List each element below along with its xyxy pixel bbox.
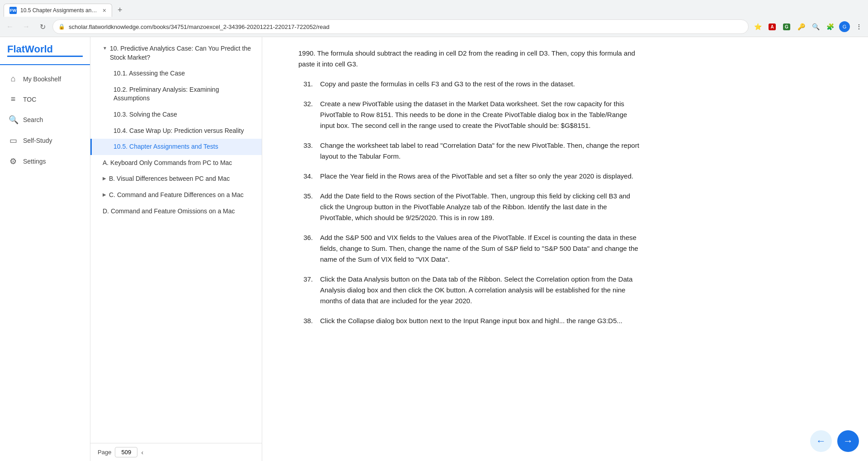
list-item: 31. Copy and paste the formulas in cells… [298, 79, 642, 89]
prev-page-button[interactable]: ← [810, 430, 832, 452]
account-avatar[interactable]: G [839, 21, 850, 32]
content-inner: 1990. The formula should subtract the re… [262, 37, 669, 346]
toc-label-10-2: 10.2. Preliminary Analysis: Examining As… [113, 86, 219, 102]
toc-label-10-5: 10.5. Chapter Assignments and Tests [113, 143, 218, 150]
content-partial-top: 1990. The formula should subtract the re… [298, 48, 642, 70]
item-num-32: 32. [298, 99, 313, 131]
toc-arrow-c: ▶ [103, 192, 106, 198]
toc-panel: ▼ 10. Predictive Analytics Case: Can You… [90, 37, 262, 461]
toc-item-appendix-a[interactable]: A. Keyboard Only Commands from PC to Mac [90, 155, 262, 171]
toc-item-appendix-b[interactable]: ▶ B. Visual Differences between PC and M… [90, 171, 262, 187]
item-num-33: 33. [298, 140, 313, 162]
page-number-input[interactable] [115, 447, 137, 457]
item-text-32: Create a new PivotTable using the datase… [320, 99, 642, 131]
toc-arrow-chapter10: ▼ [103, 45, 107, 52]
next-page-button[interactable]: → [837, 430, 859, 452]
main-layout: FlatWorld ⌂ My Bookshelf ≡ TOC 🔍 Search … [0, 37, 868, 461]
toc-item-appendix-c[interactable]: ▶ C. Command and Feature Differences on … [90, 187, 262, 203]
toc-label-10-4: 10.4. Case Wrap Up: Prediction versus Re… [113, 127, 244, 134]
home-icon: ⌂ [9, 74, 18, 84]
item-text-33: Change the worksheet tab label to read "… [320, 140, 642, 162]
pdf-extension-icon[interactable]: A [767, 21, 778, 32]
logo-text: FlatWorld [7, 44, 53, 54]
item-num-34: 34. [298, 171, 313, 182]
address-bar-row: ← → ↻ 🔒 scholar.flatworldknowledge.com/b… [0, 17, 868, 37]
url-text: scholar.flatworldknowledge.com/books/347… [69, 24, 743, 30]
list-item: 33. Change the worksheet tab label to re… [298, 140, 642, 162]
logo-area: FlatWorld [0, 37, 90, 65]
back-button[interactable]: ← [4, 20, 16, 33]
list-item: 32. Create a new PivotTable using the da… [298, 99, 642, 131]
toc-label-appendix-c: C. Command and Feature Differences on a … [109, 191, 244, 200]
sidebar-label-self-study: Self-Study [23, 137, 52, 144]
grammarly-icon[interactable]: G [781, 21, 792, 32]
item-num-35: 35. [298, 191, 313, 223]
extensions-icon[interactable]: 🧩 [825, 21, 835, 32]
list-icon: ≡ [9, 94, 18, 104]
sidebar-item-self-study[interactable]: ▭ Self-Study [0, 130, 90, 151]
item-num-38: 38. [298, 315, 313, 326]
list-item: 34. Place the Year field in the Rows are… [298, 171, 642, 182]
item-num-37: 37. [298, 274, 313, 306]
address-bar[interactable]: 🔒 scholar.flatworldknowledge.com/books/3… [52, 19, 749, 34]
toc-label-appendix-b: B. Visual Differences between PC and Mac [109, 174, 230, 183]
toc-item-chapter10[interactable]: ▼ 10. Predictive Analytics Case: Can You… [90, 41, 262, 66]
toc-scroll[interactable]: ▼ 10. Predictive Analytics Case: Can You… [90, 37, 262, 443]
flatworld-logo: FlatWorld [7, 44, 83, 57]
page-label: Page [98, 449, 111, 456]
new-tab-button[interactable]: + [114, 4, 126, 17]
reload-button[interactable]: ↻ [36, 20, 49, 33]
content-area[interactable]: 1990. The formula should subtract the re… [262, 37, 868, 461]
toc-label-appendix-d: D. Command and Feature Omissions on a Ma… [103, 207, 235, 215]
list-item: 35. Add the Date field to the Rows secti… [298, 191, 642, 223]
page-bar: Page ‹ [90, 443, 262, 461]
sidebar-label-settings: Settings [23, 158, 46, 165]
item-text-34: Place the Year field in the Rows area of… [320, 171, 642, 182]
sidebar-item-my-bookshelf[interactable]: ⌂ My Bookshelf [0, 69, 90, 89]
search-icon: 🔍 [9, 115, 18, 125]
toolbar-icons: ⭐ A G 🔑 🔍 🧩 G ⋮ [752, 21, 864, 32]
page-prev-button[interactable]: ‹ [141, 449, 143, 456]
nav-items: ⌂ My Bookshelf ≡ TOC 🔍 Search ▭ Self-Stu… [0, 65, 90, 175]
toc-item-10-1[interactable]: 10.1. Assessing the Case [90, 66, 262, 82]
sidebar-item-search[interactable]: 🔍 Search [0, 109, 90, 130]
item-text-36: Add the S&P 500 and VIX fields to the Va… [320, 232, 642, 265]
sidebar-label-search: Search [23, 116, 43, 123]
tab-favicon: FW [9, 7, 17, 14]
forward-button[interactable]: → [20, 20, 33, 33]
lock-icon: 🔒 [58, 24, 65, 30]
sidebar-label-toc: TOC [23, 96, 36, 103]
menu-icon[interactable]: ⋮ [854, 21, 864, 32]
tab-title: 10.5 Chapter Assignments and T... [20, 7, 99, 14]
toc-item-10-4[interactable]: 10.4. Case Wrap Up: Prediction versus Re… [90, 123, 262, 139]
logo-underline [7, 56, 83, 57]
sidebar: FlatWorld ⌂ My Bookshelf ≡ TOC 🔍 Search … [0, 37, 90, 461]
search-extension-icon[interactable]: 🔍 [810, 21, 821, 32]
toc-label-10-1: 10.1. Assessing the Case [113, 70, 185, 77]
browser-chrome: FW 10.5 Chapter Assignments and T... × +… [0, 0, 868, 37]
settings-icon: ⚙ [9, 156, 18, 166]
nav-arrows: ← → [810, 430, 859, 452]
toc-item-10-5[interactable]: 10.5. Chapter Assignments and Tests [90, 139, 262, 155]
sidebar-item-settings[interactable]: ⚙ Settings [0, 151, 90, 172]
toc-item-appendix-d[interactable]: D. Command and Feature Omissions on a Ma… [90, 203, 262, 220]
toc-label-chapter10: 10. Predictive Analytics Case: Can You P… [110, 44, 255, 62]
active-tab[interactable]: FW 10.5 Chapter Assignments and T... × [4, 4, 112, 17]
item-num-36: 36. [298, 232, 313, 265]
item-text-35: Add the Date field to the Rows section o… [320, 191, 642, 223]
lastpass-icon[interactable]: 🔑 [796, 21, 807, 32]
tab-close-button[interactable]: × [103, 7, 106, 14]
list-item: 37. Click the Data Analysis button on th… [298, 274, 642, 306]
tab-bar: FW 10.5 Chapter Assignments and T... × + [0, 0, 868, 17]
toc-item-10-2[interactable]: 10.2. Preliminary Analysis: Examining As… [90, 82, 262, 107]
sidebar-item-toc[interactable]: ≡ TOC [0, 89, 90, 109]
toc-item-10-3[interactable]: 10.3. Solving the Case [90, 107, 262, 123]
star-icon[interactable]: ⭐ [752, 21, 763, 32]
item-text-38: Click the Collapse dialog box button nex… [320, 315, 642, 326]
sidebar-label-my-bookshelf: My Bookshelf [23, 75, 61, 83]
toc-label-appendix-a: A. Keyboard Only Commands from PC to Mac [103, 159, 232, 166]
self-study-icon: ▭ [9, 136, 18, 146]
item-text-31: Copy and paste the formulas in cells F3 … [320, 79, 642, 89]
list-item: 38. Click the Collapse dialog box button… [298, 315, 642, 326]
item-num-31: 31. [298, 79, 313, 89]
